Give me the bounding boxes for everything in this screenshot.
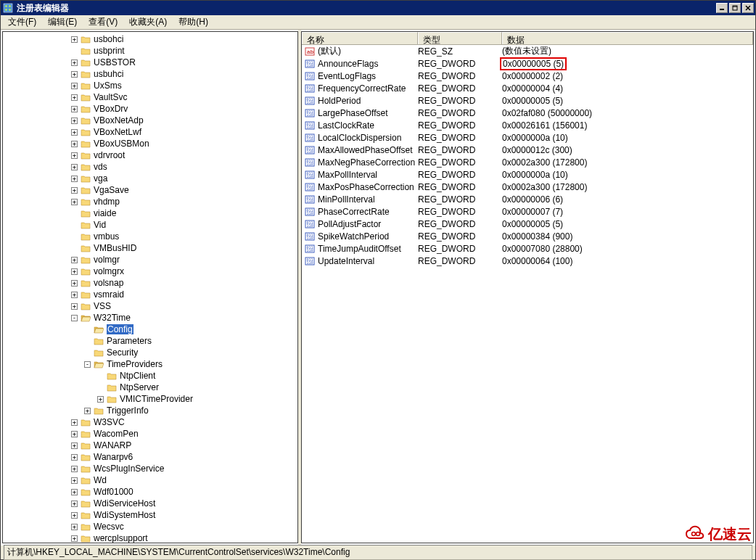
tree-node-label[interactable]: WANARP: [94, 440, 131, 450]
expand-icon[interactable]: +: [71, 535, 78, 542]
value-name-cell[interactable]: MaxPollInterval: [302, 170, 418, 180]
expand-icon[interactable]: +: [71, 164, 78, 170]
tree-node[interactable]: +UxSms: [3, 80, 297, 91]
tree-node-label[interactable]: Parameters: [107, 336, 152, 346]
tree-node-label[interactable]: NtpClient: [120, 371, 155, 381]
tree-panel[interactable]: +usbohciusbprint+USBSTOR+usbuhci+UxSms+V…: [2, 31, 298, 543]
tree-node[interactable]: +volmgr: [3, 254, 297, 265]
value-row[interactable]: LocalClockDispersionREG_DWORD0x0000000a …: [302, 131, 753, 144]
tree-node-label[interactable]: vhdmp: [94, 197, 120, 207]
tree-node[interactable]: Parameters: [3, 335, 297, 347]
value-name-cell[interactable]: AnnounceFlags: [302, 59, 418, 69]
expand-icon[interactable]: +: [71, 129, 78, 136]
value-row[interactable]: (默认)REG_SZ(数值未设置): [302, 45, 753, 57]
value-row[interactable]: AnnounceFlagsREG_DWORD0x00000005 (5): [302, 57, 753, 70]
value-name-cell[interactable]: MinPollInterval: [302, 194, 418, 205]
value-row[interactable]: MinPollIntervalREG_DWORD0x00000006 (6): [302, 193, 753, 205]
tree-node[interactable]: +VBoxNetAdp: [3, 115, 297, 126]
col-header-name[interactable]: 名称: [302, 32, 418, 44]
value-row[interactable]: TimeJumpAuditOffsetREG_DWORD0x00007080 (…: [302, 242, 753, 255]
expand-icon[interactable]: +: [71, 454, 78, 461]
tree-node-label[interactable]: vds: [94, 162, 107, 172]
expand-icon[interactable]: +: [71, 292, 78, 298]
tree-node[interactable]: viaide: [3, 207, 297, 219]
value-name-cell[interactable]: MaxNegPhaseCorrection: [302, 157, 418, 168]
tree-node-label[interactable]: VgaSave: [94, 185, 129, 195]
expand-icon[interactable]: +: [71, 466, 78, 472]
expand-icon[interactable]: +: [71, 106, 78, 112]
tree-node[interactable]: +WANARP: [3, 440, 297, 451]
menu-help[interactable]: 帮助(H): [173, 15, 214, 30]
tree-node-label[interactable]: vmbus: [94, 231, 119, 242]
tree-node-label[interactable]: TimeProviders: [107, 359, 163, 369]
tree-node-label[interactable]: WacomPen: [94, 429, 139, 439]
value-row[interactable]: MaxNegPhaseCorrectionREG_DWORD0x0002a300…: [302, 156, 753, 168]
col-header-type[interactable]: 类型: [418, 32, 502, 44]
tree-node-label[interactable]: WcsPlugInService: [94, 464, 164, 474]
tree-node-label[interactable]: vdrvroot: [94, 150, 125, 160]
value-name-cell[interactable]: LargePhaseOffset: [302, 108, 418, 118]
tree-node[interactable]: Security: [3, 347, 297, 358]
tree-node-label[interactable]: usbohci: [94, 34, 123, 44]
expand-icon[interactable]: +: [71, 83, 78, 89]
tree-node[interactable]: +WcsPlugInService: [3, 463, 297, 474]
tree-node[interactable]: -TimeProviders: [3, 358, 297, 370]
tree-node[interactable]: NtpClient: [3, 370, 297, 382]
tree-node[interactable]: +usbohci: [3, 33, 297, 45]
value-name-cell[interactable]: HoldPeriod: [302, 96, 418, 106]
tree-node-label[interactable]: UxSms: [94, 81, 122, 91]
tree-node[interactable]: Vid: [3, 219, 297, 231]
tree-node[interactable]: +VBoxNetLwf: [3, 126, 297, 138]
menu-edit[interactable]: 编辑(E): [42, 15, 83, 30]
expand-icon[interactable]: +: [71, 94, 78, 101]
tree-node-label[interactable]: viaide: [94, 208, 116, 218]
close-button[interactable]: [742, 3, 754, 13]
tree-node[interactable]: +vds: [3, 161, 297, 173]
tree-node-label[interactable]: VBoxDrv: [94, 104, 128, 114]
expand-icon[interactable]: +: [71, 268, 78, 275]
tree-node-label[interactable]: Security: [107, 347, 138, 358]
tree-node-label[interactable]: VBoxUSBMon: [94, 139, 149, 149]
tree-node-label[interactable]: W3SVC: [94, 417, 125, 427]
menu-view[interactable]: 查看(V): [83, 15, 123, 30]
tree-node-label[interactable]: VaultSvc: [94, 92, 127, 102]
tree-node[interactable]: +Wanarpv6: [3, 451, 297, 463]
menu-favorites[interactable]: 收藏夹(A): [123, 15, 173, 30]
tree-node-label[interactable]: usbuhci: [94, 69, 123, 79]
value-name-cell[interactable]: UpdateInterval: [302, 256, 418, 266]
collapse-icon[interactable]: -: [84, 361, 91, 368]
minimize-button[interactable]: [716, 3, 728, 13]
value-row[interactable]: HoldPeriodREG_DWORD0x00000005 (5): [302, 94, 753, 107]
expand-icon[interactable]: +: [71, 257, 78, 263]
tree-node-label[interactable]: VBoxNetLwf: [94, 127, 141, 137]
tree-node-label[interactable]: Config: [107, 324, 133, 334]
value-name-cell[interactable]: (默认): [302, 45, 418, 57]
value-list[interactable]: (默认)REG_SZ(数值未设置)AnnounceFlagsREG_DWORD0…: [302, 45, 753, 543]
tree-node[interactable]: vmbus: [3, 231, 297, 242]
expand-icon[interactable]: +: [71, 303, 78, 310]
tree-node-label[interactable]: Wanarpv6: [94, 452, 133, 462]
tree-node[interactable]: +VgaSave: [3, 184, 297, 196]
titlebar[interactable]: 注册表编辑器: [1, 1, 755, 15]
tree-node[interactable]: usbprint: [3, 45, 297, 57]
tree-node-label[interactable]: TriggerInfo: [107, 405, 149, 416]
expand-icon[interactable]: +: [71, 501, 78, 507]
col-header-data[interactable]: 数据: [502, 32, 753, 44]
tree-node-label[interactable]: volmgr: [94, 255, 120, 265]
value-row[interactable]: LargePhaseOffsetREG_DWORD0x02faf080 (500…: [302, 107, 753, 119]
tree-node-label[interactable]: NtpServer: [120, 382, 159, 392]
tree-node[interactable]: +WacomPen: [3, 428, 297, 440]
expand-icon[interactable]: +: [71, 118, 78, 124]
value-row[interactable]: SpikeWatchPeriodREG_DWORD0x00000384 (900…: [302, 230, 753, 242]
tree-node[interactable]: +volsnap: [3, 277, 297, 289]
expand-icon[interactable]: +: [71, 512, 78, 519]
menu-file[interactable]: 文件(F): [2, 15, 42, 30]
value-name-cell[interactable]: SpikeWatchPeriod: [302, 231, 418, 242]
expand-icon[interactable]: +: [71, 36, 78, 43]
tree-node-label[interactable]: USBSTOR: [94, 57, 136, 67]
tree-node[interactable]: -W32Time: [3, 312, 297, 324]
tree-node[interactable]: +vga: [3, 173, 297, 184]
tree-node-label[interactable]: WdiSystemHost: [94, 510, 155, 520]
tree-node[interactable]: +USBSTOR: [3, 57, 297, 68]
tree-node[interactable]: +W3SVC: [3, 416, 297, 428]
